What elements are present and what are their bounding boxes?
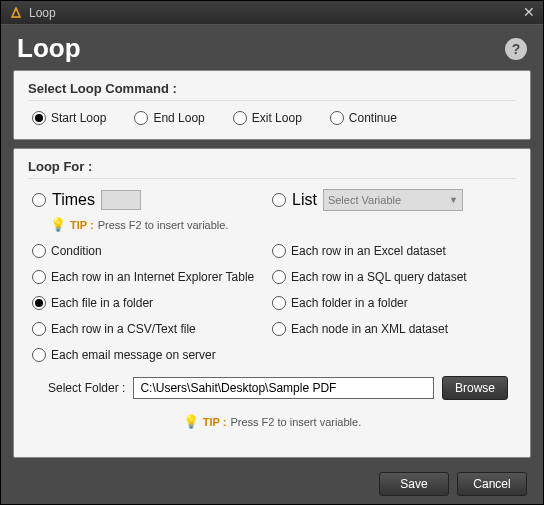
tip-label: TIP :	[203, 416, 227, 428]
header: Loop ?	[13, 33, 531, 70]
radio-icon	[272, 296, 286, 310]
tip-row: 💡 TIP : Press F2 to insert variable.	[32, 217, 512, 232]
close-icon[interactable]: ✕	[523, 4, 535, 20]
radio-icon	[32, 296, 46, 310]
radio-icon	[32, 348, 46, 362]
radio-icon	[330, 111, 344, 125]
radio-label: Each row in an Excel dataset	[291, 244, 446, 258]
radio-condition[interactable]: Condition	[32, 244, 272, 258]
radio-label: List	[292, 191, 317, 209]
radio-xml[interactable]: Each node in an XML dataset	[272, 322, 512, 336]
radio-icon	[272, 270, 286, 284]
lightbulb-icon: 💡	[183, 414, 199, 429]
select-placeholder: Select Variable	[328, 194, 401, 206]
loop-for-title: Loop For :	[28, 159, 516, 179]
loop-for-panel: Loop For : Times List Select Variable ▼ …	[13, 148, 531, 458]
radio-label: Times	[52, 191, 95, 209]
radio-sql[interactable]: Each row in a SQL query dataset	[272, 270, 512, 284]
radio-icon	[233, 111, 247, 125]
help-button[interactable]: ?	[505, 38, 527, 60]
radio-excel[interactable]: Each row in an Excel dataset	[272, 244, 512, 258]
radio-email[interactable]: Each email message on server	[32, 348, 272, 362]
tip-text: Press F2 to insert variable.	[230, 416, 361, 428]
radio-label: Start Loop	[51, 111, 106, 125]
window-title: Loop	[29, 6, 56, 20]
radio-label: Exit Loop	[252, 111, 302, 125]
dialog-footer: Save Cancel	[13, 466, 531, 496]
radio-times[interactable]: Times	[32, 189, 272, 211]
select-command-panel: Select Loop Command : Start Loop End Loo…	[13, 70, 531, 140]
titlebar: Loop ✕	[1, 1, 543, 25]
radio-icon	[32, 111, 46, 125]
radio-ie-table[interactable]: Each row in an Internet Explorer Table	[32, 270, 272, 284]
lightbulb-icon: 💡	[50, 217, 66, 232]
radio-each-folder[interactable]: Each folder in a folder	[272, 296, 512, 310]
radio-icon	[32, 193, 46, 207]
radio-list[interactable]: List Select Variable ▼	[272, 189, 512, 211]
radio-icon	[272, 244, 286, 258]
list-variable-select[interactable]: Select Variable ▼	[323, 189, 463, 211]
browse-button[interactable]: Browse	[442, 376, 508, 400]
radio-start-loop[interactable]: Start Loop	[32, 111, 106, 125]
save-button[interactable]: Save	[379, 472, 449, 496]
radio-label: Each row in a SQL query dataset	[291, 270, 467, 284]
radio-icon	[134, 111, 148, 125]
radio-each-file-folder[interactable]: Each file in a folder	[32, 296, 272, 310]
radio-label: Condition	[51, 244, 102, 258]
tip-row-bottom: 💡 TIP : Press F2 to insert variable.	[28, 406, 516, 429]
cancel-button[interactable]: Cancel	[457, 472, 527, 496]
radio-end-loop[interactable]: End Loop	[134, 111, 204, 125]
radio-label: Each node in an XML dataset	[291, 322, 448, 336]
times-input[interactable]	[101, 190, 141, 210]
radio-csv[interactable]: Each row in a CSV/Text file	[32, 322, 272, 336]
radio-icon	[32, 244, 46, 258]
radio-label: Each file in a folder	[51, 296, 153, 310]
app-logo-icon	[9, 6, 23, 20]
radio-label: Each row in a CSV/Text file	[51, 322, 196, 336]
radio-label: Each row in an Internet Explorer Table	[51, 270, 254, 284]
radio-icon	[32, 322, 46, 336]
radio-continue[interactable]: Continue	[330, 111, 397, 125]
tip-text: Press F2 to insert variable.	[98, 219, 229, 231]
select-command-title: Select Loop Command :	[28, 81, 516, 101]
dialog-content: Loop ? Select Loop Command : Start Loop …	[1, 25, 543, 504]
radio-icon	[272, 322, 286, 336]
radio-icon	[32, 270, 46, 284]
select-folder-row: Select Folder : Browse	[28, 362, 516, 406]
radio-icon	[272, 193, 286, 207]
radio-label: Each email message on server	[51, 348, 216, 362]
folder-path-input[interactable]	[133, 377, 434, 399]
chevron-down-icon: ▼	[449, 195, 458, 205]
radio-exit-loop[interactable]: Exit Loop	[233, 111, 302, 125]
radio-label: Continue	[349, 111, 397, 125]
tip-label: TIP :	[70, 219, 94, 231]
radio-label: Each folder in a folder	[291, 296, 408, 310]
page-title: Loop	[17, 33, 81, 64]
radio-label: End Loop	[153, 111, 204, 125]
select-folder-label: Select Folder :	[48, 381, 125, 395]
